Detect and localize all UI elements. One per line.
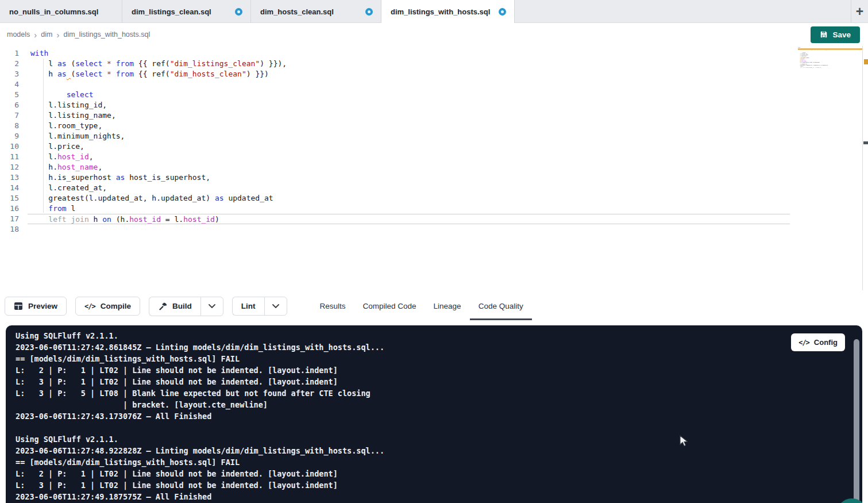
line-number[interactable]: 14 bbox=[0, 183, 23, 193]
file-tab-label: dim_listings_clean.sql bbox=[132, 7, 211, 16]
unsaved-changes-dot-icon bbox=[235, 8, 242, 16]
table-grid-icon bbox=[14, 302, 23, 310]
code-line[interactable]: from l bbox=[30, 203, 868, 214]
breadcrumb: models › dim › dim_listings_with_hosts.s… bbox=[7, 30, 150, 39]
save-floppy-icon bbox=[820, 30, 828, 39]
config-button-label: Config bbox=[814, 338, 838, 347]
line-number-gutter: 123456789101112131415161718 bbox=[0, 48, 23, 235]
tab-label: Results bbox=[320, 302, 346, 310]
compile-button[interactable]: </> Compile bbox=[75, 297, 140, 316]
plus-icon: + bbox=[856, 4, 863, 20]
code-line[interactable]: with bbox=[30, 48, 868, 59]
new-tab-button[interactable]: + bbox=[851, 0, 868, 23]
save-button-label: Save bbox=[832, 30, 851, 39]
file-tab-no-nulls-in-columns[interactable]: no_nulls_in_columns.sql bbox=[0, 0, 122, 23]
file-tab-dim-listings-clean[interactable]: dim_listings_clean.sql bbox=[122, 0, 251, 23]
line-number[interactable]: 15 bbox=[0, 193, 23, 203]
tab-code-quality[interactable]: Code Quality bbox=[470, 293, 532, 320]
lint-dropdown-button[interactable] bbox=[264, 297, 287, 316]
line-number[interactable]: 16 bbox=[0, 203, 23, 214]
code-line[interactable]: select bbox=[30, 90, 868, 100]
breadcrumb-bar: models › dim › dim_listings_with_hosts.s… bbox=[0, 23, 868, 46]
file-tab-dim-hosts-clean[interactable]: dim_hosts_clean.sql bbox=[251, 0, 381, 23]
terminal-line: 2023-06-06T11:27:48.922828Z — Linting mo… bbox=[16, 445, 384, 456]
preview-button-label: Preview bbox=[28, 302, 57, 310]
line-number[interactable]: 8 bbox=[0, 121, 23, 131]
line-number[interactable]: 9 bbox=[0, 131, 23, 141]
chevron-down-icon bbox=[272, 304, 279, 308]
terminal-line: L: 2 | P: 1 | LT02 | Line should not be … bbox=[16, 468, 384, 479]
line-number[interactable]: 6 bbox=[0, 100, 23, 110]
build-button[interactable]: Build bbox=[149, 297, 200, 316]
terminal-scrollbar-thumb[interactable] bbox=[854, 339, 859, 503]
code-line[interactable]: left join h on (h.host_id = l.host_id) bbox=[28, 214, 790, 224]
terminal-line: L: 3 | P: 1 | LT02 | Line should not be … bbox=[16, 479, 384, 491]
code-line[interactable]: l.minimum_nights, bbox=[30, 131, 868, 141]
lint-button[interactable]: Lint bbox=[232, 297, 264, 316]
terminal-output: Using SQLFluff v2.1.1.2023-06-06T11:27:4… bbox=[16, 330, 384, 502]
tab-results[interactable]: Results bbox=[311, 293, 354, 320]
line-number[interactable]: 10 bbox=[0, 141, 23, 152]
code-line[interactable]: l.room_type, bbox=[30, 121, 868, 131]
build-dropdown-button[interactable] bbox=[200, 297, 223, 316]
code-line[interactable]: h.host_name, bbox=[30, 162, 868, 172]
code-line[interactable]: greatest(l.updated_at, h.updated_at) as … bbox=[30, 193, 868, 203]
preview-button[interactable]: Preview bbox=[5, 297, 67, 316]
tab-lineage[interactable]: Lineage bbox=[425, 293, 470, 320]
code-line[interactable]: l.created_at, bbox=[30, 183, 868, 193]
code-line[interactable]: l as (select * from {{ ref("dim_listings… bbox=[30, 59, 868, 69]
editor-scroll-track bbox=[862, 46, 863, 290]
line-number[interactable]: 1 bbox=[0, 48, 23, 59]
code-line[interactable]: h.is_superhost as host_is_superhost, bbox=[30, 172, 868, 183]
code-icon: </> bbox=[84, 302, 95, 310]
file-tab-dim-listings-with-hosts[interactable]: dim_listings_with_hosts.sql bbox=[381, 0, 515, 23]
file-tab-label: no_nulls_in_columns.sql bbox=[9, 7, 98, 16]
code-line[interactable]: h as (select * from {{ ref("dim_hosts_cl… bbox=[30, 69, 868, 79]
line-number[interactable]: 7 bbox=[0, 110, 23, 121]
code-line[interactable]: l.listing_name, bbox=[30, 110, 868, 121]
lint-button-label: Lint bbox=[241, 302, 256, 310]
code-line[interactable] bbox=[30, 79, 868, 90]
line-number[interactable]: 17 bbox=[0, 214, 23, 224]
compile-button-label: Compile bbox=[101, 302, 131, 310]
terminal-line: 2023-06-06T11:27:43.173076Z — All Finish… bbox=[16, 410, 384, 422]
breadcrumb-segment[interactable]: models bbox=[7, 30, 30, 39]
code-line[interactable]: l.host_id, bbox=[30, 152, 868, 162]
terminal-line bbox=[16, 422, 384, 433]
terminal-line: L: 3 | P: 1 | LT02 | Line should not be … bbox=[16, 376, 384, 387]
breadcrumb-segment[interactable]: dim bbox=[41, 30, 52, 39]
tab-label: Compiled Code bbox=[363, 302, 416, 310]
overview-ruler-warning-marker bbox=[864, 59, 868, 64]
line-number[interactable]: 3 bbox=[0, 69, 23, 79]
chevron-down-icon bbox=[209, 304, 215, 308]
terminal-line: Using SQLFluff v2.1.1. bbox=[16, 330, 384, 341]
code-lines: with l as (select * from {{ ref("dim_lis… bbox=[30, 48, 868, 235]
sql-code-editor[interactable]: 123456789101112131415161718 with l as (s… bbox=[0, 46, 868, 290]
save-button[interactable]: Save bbox=[811, 26, 860, 43]
code-line[interactable]: l.listing_id, bbox=[30, 100, 868, 110]
code-line[interactable] bbox=[30, 224, 868, 235]
build-button-group: Build bbox=[149, 297, 223, 316]
line-number[interactable]: 12 bbox=[0, 162, 23, 172]
hammer-icon bbox=[158, 302, 167, 311]
lint-button-group: Lint bbox=[232, 297, 287, 316]
line-number[interactable]: 4 bbox=[0, 79, 23, 90]
minimap-warning-band bbox=[798, 48, 862, 50]
file-tab-label: dim_hosts_clean.sql bbox=[260, 7, 334, 16]
terminal-line: Using SQLFluff v2.1.1. bbox=[16, 433, 384, 445]
editor-scrollbar-marker[interactable] bbox=[863, 141, 868, 144]
terminal-line: == [models/dim/dim_listings_with_hosts.s… bbox=[16, 456, 384, 468]
action-bar: Preview </> Compile Build bbox=[0, 290, 868, 325]
breadcrumb-separator: › bbox=[34, 30, 37, 39]
line-number[interactable]: 18 bbox=[0, 224, 23, 235]
code-line[interactable]: l.price, bbox=[30, 141, 868, 152]
line-number[interactable]: 13 bbox=[0, 172, 23, 183]
line-number[interactable]: 5 bbox=[0, 90, 23, 100]
minimap[interactable]: with l as (select * from {{ ref("dim_lis… bbox=[798, 47, 840, 116]
tab-compiled-code[interactable]: Compiled Code bbox=[354, 293, 425, 320]
line-number[interactable]: 11 bbox=[0, 152, 23, 162]
line-number[interactable]: 2 bbox=[0, 59, 23, 69]
config-button[interactable]: </> Config bbox=[791, 333, 845, 351]
terminal-line: 2023-06-06T11:27:42.861845Z — Linting mo… bbox=[16, 341, 384, 353]
breadcrumb-segment[interactable]: dim_listings_with_hosts.sql bbox=[63, 30, 150, 39]
